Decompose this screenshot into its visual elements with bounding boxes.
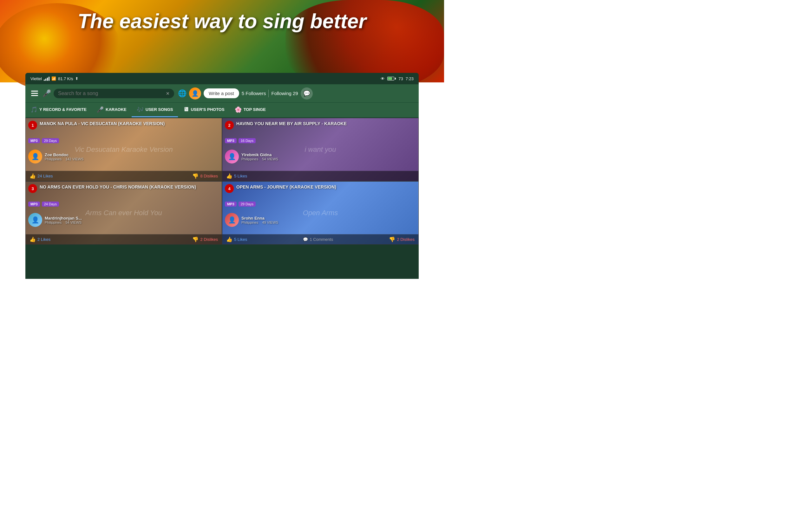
clear-search-icon[interactable]: ✕: [166, 91, 170, 96]
chat-button[interactable]: 💬: [301, 88, 313, 100]
song-location-1: Philippines: [45, 157, 61, 161]
menu-button[interactable]: [29, 89, 40, 98]
dislike-button-4[interactable]: 👎 2 Dislikes: [389, 236, 415, 242]
song-views-1: 142 VIEWS: [65, 157, 84, 161]
tab-users-photos[interactable]: 🖥 USER'S PHOTOS: [178, 103, 229, 117]
days-tag-4: 29 Days: [239, 202, 256, 207]
microphone-icon[interactable]: 🎤: [43, 89, 51, 98]
battery-level: 73: [398, 76, 403, 81]
hero-title: The easiest way to sing better: [0, 9, 444, 33]
song-card-3[interactable]: Arms Can ever Hold You 3 NO ARMS CAN EVE…: [26, 181, 222, 245]
song-overlay-2: 2 HAVING YOU NEAR ME BY AIR SUPPLY - KAR…: [222, 118, 418, 181]
rank-badge-1: 1: [28, 121, 37, 130]
song-location-4: Philippines: [241, 221, 258, 224]
mp3-tag-2: MP3: [225, 138, 237, 143]
song-tags-1: MP3 29 Days: [26, 138, 222, 144]
song-username-4: Srohn Enna: [241, 216, 416, 221]
search-input[interactable]: [58, 91, 163, 96]
navigation-tabs: 🎵 Y RECORD & FAVORITE 🎤 KARAOKE 🎶 USER S…: [26, 103, 419, 118]
dislike-button-1[interactable]: 👎 8 Dislikes: [192, 173, 218, 179]
song-username-2: Ylrebmik Gidna: [241, 153, 416, 157]
song-tags-3: MP3 24 Days: [26, 202, 222, 207]
likes-count-1: 24 Likes: [38, 174, 53, 178]
status-left: Viettel 📶 81.7 K/s ⬆: [31, 76, 78, 81]
song-overlay-1: 1 MANOK NA PULA - VIC DESUCATAN (KARAOKE…: [26, 118, 222, 181]
thumb-down-icon-3: 👎: [192, 236, 199, 242]
dislikes-count-1: 8 Dislikes: [200, 174, 218, 178]
status-bar: Viettel 📶 81.7 K/s ⬆ 👁 73 7:23: [26, 73, 419, 84]
write-post-button[interactable]: Write a post: [204, 89, 239, 98]
top-singers-tab-label: TOP SINGE: [244, 107, 266, 112]
song-username-3: Mardrinjhonjan S...: [45, 216, 219, 221]
like-button-1[interactable]: 👍 24 Likes: [30, 173, 53, 179]
song-location-views-4: Philippines 49 VIEWS: [241, 221, 416, 224]
song-meta-1: Zoe Bondoc Philippines 142 VIEWS: [45, 153, 219, 161]
record-tab-label: Y RECORD & FAVORITE: [39, 107, 87, 112]
user-avatar[interactable]: 👤: [189, 88, 201, 100]
thumb-down-icon-4: 👎: [389, 236, 395, 242]
song-location-views-1: Philippines 142 VIEWS: [45, 157, 219, 161]
wifi-icon: 📶: [51, 76, 56, 81]
song-user-avatar-3[interactable]: 👤: [28, 213, 42, 227]
song-location-views-3: Philippines 54 VIEWS: [45, 221, 219, 224]
karaoke-tab-icon: 🎤: [97, 106, 104, 113]
record-tab-icon: 🎵: [31, 106, 38, 113]
rank-badge-4: 4: [225, 184, 234, 193]
like-button-2[interactable]: 👍 5 Likes: [226, 173, 247, 179]
comment-button-4[interactable]: 💬 1 Comments: [303, 237, 333, 242]
song-overlay-3: 3 NO ARMS CAN EVER HOLD YOU - CHRIS NORM…: [26, 181, 222, 244]
battery-icon: [387, 77, 396, 80]
carrier-name: Viettel: [31, 76, 42, 81]
network-speed: 81.7 K/s: [58, 76, 73, 81]
likes-count-3: 2 Likes: [38, 237, 50, 242]
song-grid: Vic Desucatan Karaoke Version 1 MANOK NA…: [26, 118, 419, 245]
song-header-4: 4 OPEN ARMS - JOURNEY (KARAOKE VERSION): [222, 181, 418, 195]
divider: [268, 90, 269, 97]
song-user-avatar-1[interactable]: 👤: [28, 150, 42, 164]
thumb-up-icon-4: 👍: [226, 236, 233, 242]
thumb-up-icon-3: 👍: [30, 236, 36, 242]
song-tags-2: MP3 16 Days: [222, 138, 418, 144]
top-singers-tab-icon: 🌸: [235, 106, 242, 113]
followers-count[interactable]: 5 Followers: [242, 91, 266, 96]
song-user-avatar-4[interactable]: 👤: [225, 213, 239, 227]
song-card-1[interactable]: Vic Desucatan Karaoke Version 1 MANOK NA…: [26, 118, 222, 181]
status-right: 👁 73 7:23: [380, 76, 414, 81]
search-input-wrapper[interactable]: ✕: [54, 89, 174, 98]
song-bottom-3: 👍 2 Likes 👎 2 Dislikes: [26, 234, 222, 244]
mp3-tag-4: MP3: [225, 202, 237, 207]
comments-count-4: 1 Comments: [310, 237, 333, 242]
song-title-3: NO ARMS CAN EVER HOLD YOU - CHRIS NORMAN…: [40, 184, 196, 190]
mp3-tag-3: MP3: [28, 202, 40, 207]
tab-top-singers[interactable]: 🌸 TOP SINGE: [230, 103, 271, 117]
song-meta-2: Ylrebmik Gidna Philippines 54 VIEWS: [241, 153, 416, 161]
rank-badge-2: 2: [225, 121, 234, 130]
mp3-tag-1: MP3: [28, 138, 40, 143]
song-views-3: 54 VIEWS: [65, 221, 82, 224]
tab-user-songs[interactable]: 🎶 USER SONGS: [132, 103, 178, 117]
song-tags-4: MP3 29 Days: [222, 202, 418, 207]
song-views-4: 49 VIEWS: [262, 221, 278, 224]
like-button-3[interactable]: 👍 2 Likes: [30, 236, 50, 242]
tab-record[interactable]: 🎵 Y RECORD & FAVORITE: [26, 103, 92, 117]
days-tag-2: 16 Days: [239, 138, 256, 143]
song-bottom-2: 👍 5 Likes: [222, 171, 418, 181]
signal-icon: [44, 76, 49, 81]
song-title-4: OPEN ARMS - JOURNEY (KARAOKE VERSION): [236, 184, 336, 190]
song-location-3: Philippines: [45, 221, 61, 224]
song-meta-4: Srohn Enna Philippines 49 VIEWS: [241, 216, 416, 224]
song-card-4[interactable]: Open Arms 4 OPEN ARMS - JOURNEY (KARAOKE…: [222, 181, 419, 245]
dislike-button-3[interactable]: 👎 2 Dislikes: [192, 236, 218, 242]
following-count[interactable]: Following 29: [271, 91, 298, 96]
search-bar: 🎤 ✕ 🌐 👤 Write a post 5 Followers Followi…: [26, 84, 419, 103]
song-card-2[interactable]: i want you 2 HAVING YOU NEAR ME BY AIR S…: [222, 118, 419, 181]
rank-badge-3: 3: [28, 184, 37, 193]
song-location-2: Philippines: [241, 157, 258, 161]
globe-icon[interactable]: 🌐: [178, 89, 187, 98]
song-user-avatar-2[interactable]: 👤: [225, 150, 239, 164]
song-views-2: 54 VIEWS: [262, 157, 278, 161]
like-button-4[interactable]: 👍 5 Likes: [226, 236, 247, 242]
song-middle-4: 👤 Srohn Enna Philippines 49 VIEWS: [222, 213, 418, 228]
comment-icon-4: 💬: [303, 237, 308, 242]
tab-karaoke[interactable]: 🎤 KARAOKE: [92, 103, 132, 117]
